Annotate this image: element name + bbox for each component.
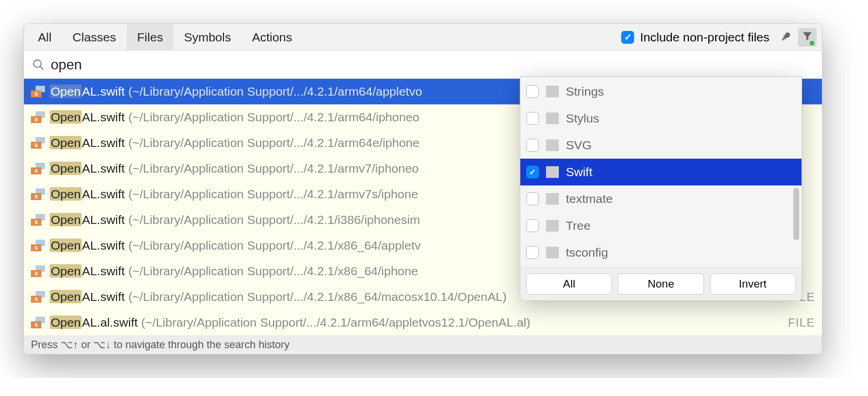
- result-filename: OpenAL.swift: [50, 239, 125, 253]
- result-path: (~/Library/Application Support/.../4.2.1…: [128, 110, 419, 124]
- filter-option-textmate[interactable]: textmate: [520, 185, 802, 212]
- filter-popup: StringsStylusSVGSwifttextmateTreetsconfi…: [520, 76, 802, 301]
- result-path: (~/Library/Application Support/.../4.2.1…: [128, 187, 418, 201]
- result-path: (~/Library/Application Support/.../4.2.1…: [128, 264, 418, 278]
- filter-label: Strings: [566, 85, 796, 99]
- filter-checkbox[interactable]: [526, 166, 539, 178]
- tab-files[interactable]: Files: [127, 24, 173, 51]
- status-text: Press ⌥↑ or ⌥↓ to navigate through the s…: [31, 338, 289, 351]
- swift-file-icon: [31, 214, 46, 226]
- filter-label: Stylus: [566, 111, 796, 125]
- swift-file-icon: [31, 86, 46, 97]
- swift-file-icon: [31, 265, 46, 277]
- result-path: (~/Library/Application Support/.../4.2.1…: [128, 85, 422, 99]
- result-filename: OpenAL.swift: [50, 187, 125, 201]
- result-path: (~/Library/Application Support/.../4.2.1…: [128, 290, 506, 304]
- result-filename: OpenAL.swift: [50, 290, 125, 304]
- result-filename: OpenAL.swift: [50, 213, 125, 227]
- filetype-icon: [546, 166, 559, 178]
- filter-checkbox[interactable]: [526, 139, 539, 152]
- include-non-project-toggle[interactable]: Include non-project files: [621, 30, 769, 44]
- result-filename: OpenAL.swift: [50, 136, 125, 150]
- pin-icon[interactable]: [776, 28, 794, 47]
- filetype-icon: [546, 139, 559, 151]
- result-row[interactable]: OpenAL.al.swift (~/Library/Application S…: [24, 310, 822, 335]
- svg-line-3: [40, 66, 44, 69]
- search-input[interactable]: [51, 57, 814, 73]
- tab-bar: AllClassesFilesSymbolsActions Include no…: [24, 24, 822, 51]
- include-checkbox[interactable]: [621, 31, 634, 44]
- svg-point-1: [786, 33, 790, 37]
- filter-checkbox[interactable]: [526, 85, 539, 98]
- swift-file-icon: [31, 188, 46, 200]
- swift-file-icon: [31, 111, 46, 123]
- result-path: (~/Library/Application Support/.../4.2.1…: [128, 136, 419, 150]
- filter-option-svg[interactable]: SVG: [520, 132, 802, 159]
- scrollbar-thumb[interactable]: [793, 188, 799, 240]
- filter-all-button[interactable]: All: [526, 274, 612, 295]
- filter-none-button[interactable]: None: [618, 274, 704, 295]
- result-path: (~/Library/Application Support/.../4.2.1…: [141, 316, 530, 330]
- filter-checkbox[interactable]: [526, 192, 539, 205]
- filter-label: textmate: [566, 192, 796, 206]
- result-filename: OpenAL.al.swift: [50, 316, 138, 330]
- filter-option-stylus[interactable]: Stylus: [520, 105, 802, 132]
- result-path: (~/Library/Application Support/.../4.2.1…: [128, 239, 421, 253]
- result-filename: OpenAL.swift: [50, 264, 125, 278]
- result-path: (~/Library/Application Support/.../4.2.1…: [128, 162, 419, 176]
- filter-label: Tree: [566, 219, 796, 233]
- result-filename: OpenAL.swift: [50, 110, 125, 124]
- filter-active-indicator: [810, 41, 814, 45]
- filetype-icon: [546, 113, 559, 124]
- search-everywhere-window: AllClassesFilesSymbolsActions Include no…: [23, 23, 822, 355]
- tab-all[interactable]: All: [27, 24, 62, 51]
- filter-option-tsconfig[interactable]: tsconfig: [520, 239, 802, 266]
- tab-symbols[interactable]: Symbols: [173, 24, 242, 51]
- filter-label: SVG: [566, 138, 796, 152]
- filter-icon[interactable]: [798, 28, 817, 47]
- filter-checkbox[interactable]: [526, 219, 539, 232]
- result-filename: OpenAL.swift: [50, 85, 125, 99]
- search-bar: [24, 51, 822, 79]
- filter-buttons: AllNoneInvert: [520, 267, 802, 300]
- filter-checkbox[interactable]: [526, 112, 539, 125]
- filter-label: Swift: [566, 165, 796, 179]
- swift-file-icon: [31, 291, 46, 303]
- filter-option-tree[interactable]: Tree: [520, 212, 802, 239]
- result-path: (~/Library/Application Support/.../4.2.1…: [128, 213, 420, 227]
- svg-point-2: [34, 59, 41, 67]
- tab-classes[interactable]: Classes: [62, 24, 127, 51]
- result-type-badge: FILE: [788, 316, 815, 330]
- search-icon: [32, 58, 45, 71]
- result-filename: OpenAL.swift: [50, 162, 125, 176]
- filetype-icon: [546, 247, 559, 258]
- swift-file-icon: [31, 240, 46, 251]
- swift-file-icon: [31, 137, 46, 149]
- status-bar: Press ⌥↑ or ⌥↓ to navigate through the s…: [24, 335, 822, 354]
- filter-label: tsconfig: [566, 246, 796, 260]
- include-label: Include non-project files: [640, 30, 769, 44]
- swift-file-icon: [31, 317, 46, 328]
- tab-actions[interactable]: Actions: [242, 24, 303, 51]
- filter-option-swift[interactable]: Swift: [520, 159, 802, 185]
- filetype-icon: [546, 220, 559, 232]
- swift-file-icon: [31, 163, 46, 174]
- filter-checkbox[interactable]: [526, 246, 539, 259]
- filter-invert-button[interactable]: Invert: [710, 274, 796, 295]
- filetype-icon: [546, 86, 559, 97]
- filter-list: StringsStylusSVGSwifttextmateTreetsconfi…: [520, 77, 802, 267]
- filter-option-strings[interactable]: Strings: [520, 78, 802, 105]
- filetype-icon: [546, 193, 559, 205]
